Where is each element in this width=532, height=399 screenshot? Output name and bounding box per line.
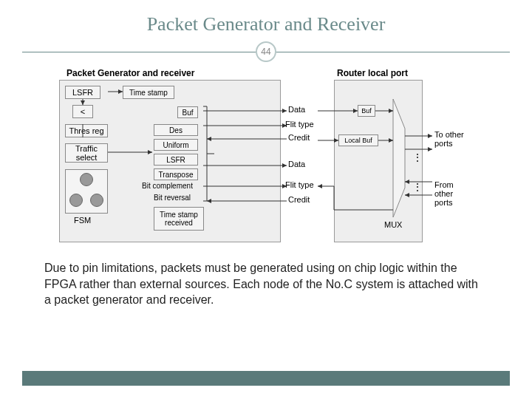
svg-marker-24 [428,147,432,151]
block-transpose: Transpose [154,168,198,180]
fsm-node-3 [90,194,103,207]
block-bitrev: Bit reversal [154,194,191,202]
footer-bar [22,371,510,386]
label-credit2: Credit [288,195,310,204]
block-lsfr2: LSFR [154,154,198,166]
svg-marker-32 [318,184,322,188]
block-des: Des [154,124,198,136]
label-to-other: To other ports [434,130,471,148]
label-flit2: Flit type [285,180,314,189]
block-buf2: Buf [358,105,375,117]
block-uniform: Uniform [154,139,198,151]
block-thres: Thres reg [65,124,108,137]
svg-marker-8 [282,163,287,168]
panel-router-title: Router local port [337,68,408,78]
caption-text: Due to pin limitations, packets must be … [22,260,510,308]
block-comparator: < [72,105,93,118]
dots-in: ⋮ [412,185,423,189]
label-fsm: FSM [74,216,91,225]
dots-out: ⋮ [412,155,423,160]
page-title: Packet Generator and Receiver [22,13,510,35]
label-flit1: Flit type [285,120,314,129]
block-lsfr: LSFR [65,86,100,99]
title-divider: 44 [22,41,510,62]
block-buf1: Buf [177,106,198,118]
block-localbuf: Local Buf [338,134,378,146]
label-data1: Data [288,105,305,114]
slide: Packet Generator and Receiver 44 Packet … [0,0,532,399]
panel-generator-title: Packet Generator and receiver [66,68,194,78]
fsm-node-2 [69,194,83,207]
label-mux: MUX [384,220,402,229]
block-bitcomp: Bit complement [142,182,193,190]
block-diagram: Packet Generator and receiver Router loc… [59,69,473,247]
block-traffic: Traffic select [65,143,108,163]
svg-marker-22 [428,134,432,138]
page-number-circle: 44 [256,41,276,62]
block-ts-recv: Time stamp received [154,207,204,231]
label-from-other: From other ports [434,180,471,207]
label-data2: Data [288,160,305,168]
svg-marker-2 [282,109,287,113]
panel-router [334,80,423,242]
block-timestamp: Time stamp [123,86,174,99]
label-credit1: Credit [288,133,310,142]
fsm-node-1 [80,173,93,186]
